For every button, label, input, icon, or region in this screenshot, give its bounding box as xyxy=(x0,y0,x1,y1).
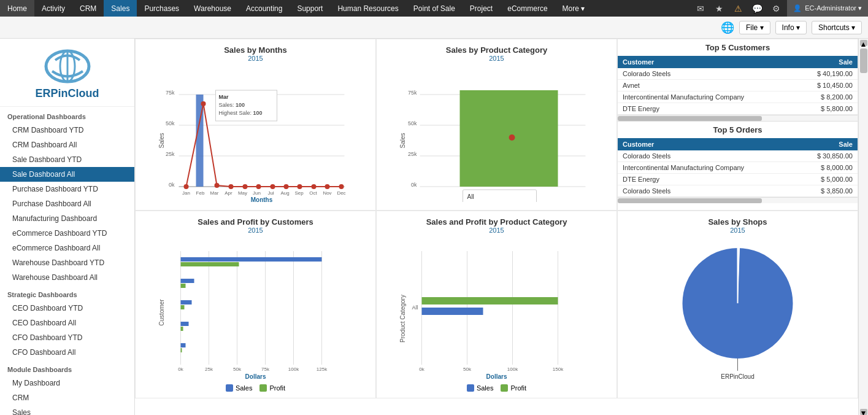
sidebar-item-sale-ytd[interactable]: Sale Dashboard YTD xyxy=(0,152,134,167)
shortcuts-button[interactable]: Shortcuts ▾ xyxy=(812,21,862,34)
svg-text:0k: 0k xyxy=(411,182,417,188)
top5-customers: Top 5 Customers Customer Sale xyxy=(618,39,858,122)
top5-orders-scrollbar[interactable] xyxy=(618,197,858,203)
sidebar-item-ceo-ytd[interactable]: CEO Dashboard YTD xyxy=(0,301,134,316)
sidebar-item-my-dashboard[interactable]: My Dashboard xyxy=(0,376,134,390)
svg-text:Feb: Feb xyxy=(196,190,205,196)
nav-ecommerce[interactable]: eCommerce xyxy=(500,0,555,17)
customer-name: Colorado Steels xyxy=(618,68,796,80)
sidebar-item-warehouse-ytd[interactable]: Warehouse Dashboard YTD xyxy=(0,255,134,270)
user-menu[interactable]: 👤 EC-Administrator ▾ xyxy=(787,0,868,17)
chart-shops-title: Sales by Shops xyxy=(624,217,851,227)
order-sale: $ 5,000.00 xyxy=(796,174,858,185)
sidebar-item-ceo-all[interactable]: CEO Dashboard All xyxy=(0,316,134,330)
nav-project[interactable]: Project xyxy=(463,0,500,17)
legend-profit-label: Profit xyxy=(269,384,285,392)
svg-point-24 xyxy=(325,184,330,189)
order-sale: $ 3,850.00 xyxy=(796,185,858,197)
chat-icon[interactable]: 💬 xyxy=(749,0,766,17)
svg-text:Dollars: Dollars xyxy=(486,373,507,380)
order-sale: $ 30,850.00 xyxy=(796,150,858,162)
nav-accounting[interactable]: Accounting xyxy=(239,0,290,17)
table-row: Colorado Steels $ 3,850.00 xyxy=(618,185,858,197)
legend-profit-cat-label: Profit xyxy=(510,384,526,392)
svg-point-17 xyxy=(229,184,234,189)
customer-sale: $ 8,200.00 xyxy=(796,91,858,103)
nav-pos[interactable]: Point of Sale xyxy=(406,0,463,17)
sidebar: ERPinCloud Operational Dashboards CRM Da… xyxy=(0,39,135,415)
svg-text:150k: 150k xyxy=(553,367,564,372)
content-area: Sales by Months 2015 0k 25k 50k 75k Sale… xyxy=(135,39,858,415)
chart-sp-category-legend: Sales Profit xyxy=(383,384,610,392)
user-icon: 👤 xyxy=(793,4,802,12)
svg-text:All: All xyxy=(467,193,474,200)
legend-sales-label: Sales xyxy=(236,384,253,392)
top5-customers-scrollbar[interactable] xyxy=(618,115,858,121)
nav-sales[interactable]: Sales xyxy=(104,0,137,17)
scroll-up-arrow[interactable]: ▲ xyxy=(860,40,867,46)
nav-purchases[interactable]: Purchases xyxy=(137,0,186,17)
file-button[interactable]: File ▾ xyxy=(739,21,770,34)
mail-icon[interactable]: ✉ xyxy=(692,0,709,17)
sidebar-item-cfo-all[interactable]: CFO Dashboard All xyxy=(0,345,134,360)
svg-rect-78 xyxy=(181,305,185,309)
sales-dot xyxy=(226,384,233,392)
sidebar-item-warehouse-all[interactable]: Warehouse Dashboard All xyxy=(0,270,134,285)
right-scrollbar[interactable]: ▲ ▼ xyxy=(858,39,868,415)
nav-more[interactable]: More ▾ xyxy=(555,0,593,17)
svg-text:25k: 25k xyxy=(166,151,175,157)
sidebar-item-sales-module[interactable]: Sales xyxy=(0,405,134,415)
nav-hr[interactable]: Human Resources xyxy=(330,0,405,17)
sidebar-item-purchase-all[interactable]: Purchase Dashboard All xyxy=(0,196,134,211)
nav-warehouse[interactable]: Warehouse xyxy=(186,0,239,17)
sidebar-logo: ERPinCloud xyxy=(0,39,134,107)
svg-rect-77 xyxy=(181,300,192,304)
svg-text:Highest Sale: 100: Highest Sale: 100 xyxy=(219,110,263,116)
nav-home[interactable]: Home xyxy=(0,0,34,17)
col-sale: Sale xyxy=(796,138,858,150)
nav-crm[interactable]: CRM xyxy=(72,0,104,17)
info-label: Info ▾ xyxy=(782,23,800,32)
alert-icon[interactable]: ⚠ xyxy=(730,0,747,17)
customer-sale: $ 10,450.00 xyxy=(796,80,858,91)
main-layout: ERPinCloud Operational Dashboards CRM Da… xyxy=(0,39,868,415)
sidebar-item-ecommerce-all[interactable]: eCommerce Dashboard All xyxy=(0,241,134,255)
info-button[interactable]: Info ▾ xyxy=(775,21,807,34)
sidebar-item-ecommerce-ytd[interactable]: eCommerce Dashboard YTD xyxy=(0,226,134,241)
sidebar-item-crm-ytd[interactable]: CRM Dashboard YTD xyxy=(0,123,134,138)
sidebar-item-manufacturing[interactable]: Manufacturing Dashboard xyxy=(0,211,134,226)
section-module: Module Dashboards xyxy=(0,360,134,376)
nav-activity[interactable]: Activity xyxy=(34,0,72,17)
svg-text:Months: Months xyxy=(251,196,273,202)
table-row: Colorado Steels $ 30,850.00 xyxy=(618,150,858,162)
sidebar-item-cfo-ytd[interactable]: CFO Dashboard YTD xyxy=(0,330,134,345)
sidebar-item-crm-module[interactable]: CRM xyxy=(0,390,134,405)
profit-dot xyxy=(259,384,267,392)
sidebar-item-crm-all[interactable]: CRM Dashboard All xyxy=(0,138,134,152)
svg-text:All: All xyxy=(412,304,418,311)
svg-text:Jun: Jun xyxy=(253,190,261,196)
chart-sp-category-svg: Product Category 0k 50k 100k 150k All xyxy=(383,239,610,382)
scrollbar-thumb[interactable] xyxy=(618,116,762,121)
scroll-down-arrow[interactable]: ▼ xyxy=(860,409,867,415)
table-row: Avnet $ 10,450.00 xyxy=(618,80,858,91)
chart-sp-category-title: Sales and Profit by Product Category xyxy=(383,217,610,227)
svg-text:25k: 25k xyxy=(205,367,213,372)
scrollbar-thumb[interactable] xyxy=(618,198,762,203)
chart-sales-profit-customers: Sales and Profit by Customers 2015 Custo… xyxy=(135,211,376,398)
svg-text:Mar: Mar xyxy=(210,190,219,196)
svg-text:Mar: Mar xyxy=(219,94,229,100)
scroll-thumb[interactable] xyxy=(860,48,867,73)
sidebar-item-purchase-ytd[interactable]: Purchase Dashboard YTD xyxy=(0,182,134,196)
table-row: Intercontinental Manufacturing Company $… xyxy=(618,162,858,174)
logo-text: ERPinCloud xyxy=(6,87,128,100)
svg-text:Sep: Sep xyxy=(294,190,304,196)
legend-sales: Sales xyxy=(226,384,253,392)
settings-icon[interactable]: ⚙ xyxy=(768,0,785,17)
nav-support[interactable]: Support xyxy=(290,0,330,17)
shortcuts-label: Shortcuts ▾ xyxy=(818,23,855,32)
sidebar-item-sale-all[interactable]: Sale Dashboard All xyxy=(0,167,134,182)
star-icon[interactable]: ★ xyxy=(711,0,728,17)
col-customer: Customer xyxy=(618,56,796,68)
svg-point-14 xyxy=(184,184,189,189)
